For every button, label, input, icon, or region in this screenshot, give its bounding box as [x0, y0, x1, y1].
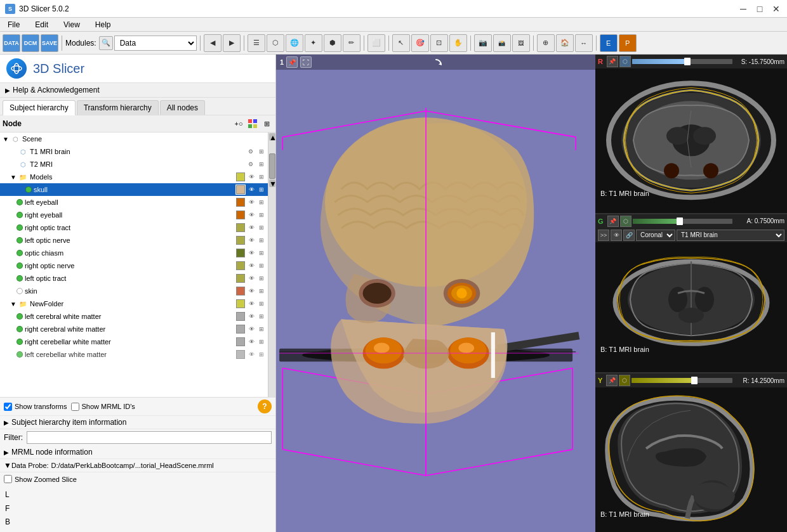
toolbar-cam-btn[interactable]: 📷: [474, 34, 492, 52]
reyeball-eye-btn[interactable]: 👁: [246, 210, 256, 220]
tab-subject-hierarchy[interactable]: Subject hierarchy: [3, 100, 76, 115]
tree-item-optic-chiasm[interactable]: optic chiasm 👁 ⊞: [0, 247, 268, 259]
modules-select[interactable]: Data Volumes Models: [114, 36, 197, 51]
tree-item-models[interactable]: ▼ 📁 Models 👁 ⊞: [0, 171, 268, 183]
help-bar[interactable]: ▶ Help & Acknowledgement: [0, 83, 275, 98]
tree-scrollbar[interactable]: ▲ ▼: [268, 133, 275, 397]
skin-grid-btn[interactable]: ⊞: [256, 286, 267, 296]
nf-eye-btn[interactable]: 👁: [246, 299, 256, 309]
scroll-up-btn[interactable]: ▲: [269, 133, 275, 141]
reyeball-grid-btn[interactable]: ⊞: [256, 210, 267, 220]
show-mrml-label[interactable]: Show MRML ID's: [71, 403, 135, 411]
t1mri-grid-btn[interactable]: ⊞: [256, 146, 267, 157]
lopticn-eye-btn[interactable]: 👁: [246, 235, 256, 245]
lcm-grid-btn[interactable]: ⊞: [256, 311, 267, 321]
skin-eye-btn[interactable]: 👁: [246, 286, 256, 296]
toolbar-save-btn[interactable]: SAVE: [41, 34, 58, 52]
roptic-eye-btn[interactable]: 👁: [246, 223, 256, 233]
view-pin-btn[interactable]: 📌: [286, 56, 298, 68]
toolbar-fiducial-btn[interactable]: ⬢: [324, 34, 341, 52]
tree-grid-btn[interactable]: ⊞: [260, 117, 273, 130]
toolbar-img-btn[interactable]: 🖼: [512, 34, 530, 52]
filter-input[interactable]: [27, 431, 272, 444]
toolbar-pointer-btn[interactable]: ↖: [392, 34, 410, 52]
lopticn-grid-btn[interactable]: ⊞: [256, 235, 267, 245]
t2mri-settings-btn[interactable]: ⚙: [246, 159, 256, 169]
menu-edit[interactable]: Edit: [32, 19, 51, 30]
tree-scroll[interactable]: ▼ ⬡ Scene ⬡ T1 MRI brain ⚙ ⊞: [0, 133, 268, 397]
toolbar-py-btn[interactable]: P: [619, 34, 637, 52]
coronal-link-btn[interactable]: ⬡: [620, 216, 632, 227]
toolbar-home-btn[interactable]: 🏠: [556, 34, 574, 52]
tree-item-t2mri[interactable]: ⬡ T2 MRI ⚙ ⊞: [0, 158, 268, 171]
tree-item-roptic-tract[interactable]: right optic tract 👁 ⊞: [0, 221, 268, 234]
sagittal-progress-bar[interactable]: [632, 378, 732, 383]
toolbar-globe-btn[interactable]: 🌐: [286, 34, 303, 52]
optich-eye-btn[interactable]: 👁: [246, 248, 256, 258]
toolbar-adjust-btn[interactable]: 🎯: [411, 34, 429, 52]
tab-transform-hierarchy[interactable]: Transform hierarchy: [77, 100, 159, 115]
tree-item-loptic-tract[interactable]: left optic tract 👁 ⊞: [0, 272, 268, 285]
show-zoomed-checkbox[interactable]: [4, 475, 12, 483]
coronal-orient-select[interactable]: Coronal Axial Sagittal: [636, 230, 675, 241]
view-maximize-btn[interactable]: ⛶: [300, 56, 312, 68]
show-zoomed-label[interactable]: Show Zoomed Slice: [4, 475, 77, 483]
toolbar-search-btn[interactable]: 🔍: [99, 36, 113, 50]
coronal-nav-btn[interactable]: >>: [598, 230, 609, 241]
3d-view[interactable]: 1 📌 ⛶: [276, 55, 595, 532]
nf-expand[interactable]: ▼: [9, 301, 18, 308]
toolbar-list-btn[interactable]: ☰: [248, 34, 265, 52]
toolbar-back-btn[interactable]: ◀: [204, 34, 222, 52]
subject-hierarchy-info[interactable]: ▶ Subject hierarchy item information: [0, 416, 275, 429]
toolbar-pencil-btn[interactable]: ✏: [343, 34, 360, 52]
tree-color-btn[interactable]: [246, 117, 259, 130]
toolbar-mark-btn[interactable]: ✦: [305, 34, 322, 52]
toolbar-flip-btn[interactable]: ↔: [575, 34, 593, 52]
show-mrml-checkbox[interactable]: [71, 403, 79, 411]
scroll-down-btn[interactable]: ▼: [269, 179, 275, 187]
tree-item-left-cerebral[interactable]: left cerebral white matter 👁 ⊞: [0, 310, 268, 323]
models-grid-btn[interactable]: ⊞: [256, 172, 267, 182]
coronal-vol-select[interactable]: T1 MRI brain T2 MRI: [677, 230, 784, 241]
toolbar-pan-btn[interactable]: ✋: [449, 34, 467, 52]
toolbar-cam2-btn[interactable]: 📸: [493, 34, 511, 52]
toolbar-slice-btn[interactable]: ⬜: [367, 34, 385, 52]
tree-item-skin[interactable]: skin 👁 ⊞: [0, 285, 268, 297]
toolbar-ext-btn[interactable]: E: [600, 34, 618, 52]
lce-eye-btn[interactable]: 👁: [246, 349, 256, 360]
ropticn-grid-btn[interactable]: ⊞: [256, 261, 267, 271]
optich-grid-btn[interactable]: ⊞: [256, 248, 267, 258]
tree-item-loptic-nerve[interactable]: left optic nerve 👁 ⊞: [0, 234, 268, 247]
toolbar-3d-btn[interactable]: ⬡: [267, 34, 284, 52]
coronal-link2-btn[interactable]: 🔗: [623, 230, 635, 241]
ropticn-eye-btn[interactable]: 👁: [246, 261, 256, 271]
models-expand[interactable]: ▼: [9, 174, 18, 181]
leyeball-grid-btn[interactable]: ⊞: [256, 197, 267, 207]
tree-item-scene[interactable]: ▼ ⬡ Scene: [0, 133, 268, 145]
tree-item-t1mri[interactable]: ⬡ T1 MRI brain ⚙ ⊞: [0, 145, 268, 158]
rcm-eye-btn[interactable]: 👁: [246, 324, 256, 334]
t2mri-grid-btn[interactable]: ⊞: [256, 159, 267, 169]
axial-progress-bar[interactable]: [632, 59, 732, 64]
axial-pin-btn[interactable]: 📌: [607, 56, 618, 67]
tab-all-nodes[interactable]: All nodes: [160, 100, 205, 115]
coronal-pin-btn[interactable]: 📌: [607, 216, 619, 227]
scene-expand[interactable]: ▼: [1, 136, 10, 143]
minimize-button[interactable]: ─: [737, 3, 749, 15]
toolbar-fwd-btn[interactable]: ▶: [223, 34, 241, 52]
rcm-grid-btn[interactable]: ⊞: [256, 324, 267, 334]
scroll-thumb[interactable]: [269, 153, 275, 179]
tree-add-btn[interactable]: +○: [232, 117, 245, 130]
axial-link-btn[interactable]: ⬡: [619, 56, 631, 67]
tree-item-skull[interactable]: skull 👁 ⊞: [0, 183, 268, 196]
data-probe-row[interactable]: ▼ Data Probe: D:/data/PerkLabBootcamp/..…: [0, 459, 275, 472]
tree-item-left-cerebellar[interactable]: left cerebellar white matter 👁 ⊞: [0, 348, 268, 361]
t1mri-settings-btn[interactable]: ⚙: [246, 146, 256, 157]
menu-view[interactable]: View: [61, 19, 83, 30]
rce-grid-btn[interactable]: ⊞: [256, 337, 267, 347]
tree-item-newfolder[interactable]: ▼ 📁 NewFolder 👁 ⊞: [0, 297, 268, 310]
loptict-grid-btn[interactable]: ⊞: [256, 273, 267, 283]
close-button[interactable]: ✕: [770, 3, 782, 15]
leyeball-eye-btn[interactable]: 👁: [246, 197, 256, 207]
skull-eye-btn[interactable]: 👁: [246, 185, 256, 195]
